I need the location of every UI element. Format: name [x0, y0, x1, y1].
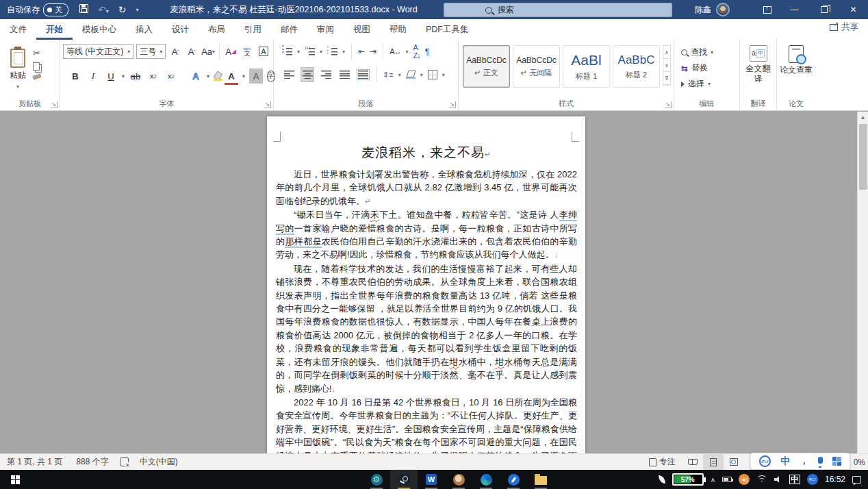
borders-icon[interactable]	[428, 70, 437, 79]
taskbar-gear-app[interactable]: ⚙	[363, 470, 390, 489]
taskbar-word-app[interactable]: W	[418, 470, 445, 489]
paragraph[interactable]: 近日，世界粮食计划署发出警告称，全球粮食危机持续加深，仅在 2022 年的前几个…	[276, 168, 577, 208]
volume-icon[interactable]	[774, 476, 782, 483]
clipboard-dialog-launcher[interactable]: ↘	[51, 101, 58, 108]
grow-font-button[interactable]: Aˆ	[168, 44, 182, 59]
find-button[interactable]: 查找▾	[681, 47, 737, 58]
distribute-icon[interactable]	[356, 67, 370, 82]
multilevel-list-icon[interactable]	[327, 47, 337, 55]
tab-审阅[interactable]: 审阅	[307, 19, 344, 40]
ifly-tray-icon[interactable]: iFLY	[807, 474, 818, 485]
strikethrough-button[interactable]: ab	[129, 68, 142, 84]
shrink-font-button[interactable]: Aˇ	[185, 44, 199, 59]
paragraph[interactable]: “锄禾日当午，汗滴禾下土。谁知盘中餐，粒粒皆辛苦。”这是诗 人李绅写的一首家喻户…	[276, 208, 577, 262]
close-button[interactable]: ✕	[839, 0, 868, 19]
wifi-icon[interactable]	[756, 475, 767, 484]
ime-floating-bar[interactable]: iFLY 中 ，	[750, 453, 850, 470]
tab-布局[interactable]: 布局	[199, 19, 235, 40]
ime-punctuation-toggle[interactable]: ，	[800, 455, 808, 467]
paper-check-button[interactable]: 论文查重	[780, 42, 813, 97]
autosave-toggle[interactable]: 自动保存 关	[7, 3, 68, 16]
qat-customize-icon[interactable]: ▾	[136, 7, 138, 13]
font-size-combo[interactable]: 三号▾	[136, 44, 166, 59]
ime-menu-icon[interactable]	[832, 457, 841, 466]
decrease-indent-icon[interactable]: ⇤	[358, 47, 365, 56]
copy-icon[interactable]	[33, 62, 40, 71]
tab-引用[interactable]: 引用	[235, 19, 271, 40]
tab-插入[interactable]: 插入	[126, 19, 162, 40]
taskbar-steam-app[interactable]	[390, 470, 418, 489]
justify-icon[interactable]	[337, 67, 351, 82]
line-spacing-icon[interactable]: ⇕≡	[383, 71, 394, 79]
battery-widget[interactable]: 57%	[672, 473, 704, 486]
scroll-up-icon[interactable]: ▲	[858, 112, 868, 123]
minimize-button[interactable]: —	[780, 0, 809, 19]
ribbon-display-options-button[interactable]	[755, 0, 780, 19]
proofing-icon[interactable]	[120, 457, 129, 466]
notification-center-icon[interactable]	[852, 476, 861, 484]
print-layout-button[interactable]	[703, 454, 724, 471]
taskbar-pin-app[interactable]	[500, 470, 527, 489]
style-card[interactable]: AaBl标题 1	[563, 45, 610, 88]
clear-formatting-button[interactable]: A◢	[224, 44, 238, 59]
taskbar-explorer-app[interactable]	[527, 470, 554, 489]
save-icon[interactable]	[79, 4, 88, 15]
tab-视图[interactable]: 视图	[344, 19, 380, 40]
clock[interactable]: 16:52	[825, 475, 845, 484]
web-layout-button[interactable]	[724, 454, 744, 471]
phonetic-guide-button[interactable]: wén文	[240, 44, 254, 59]
tray-expand-icon[interactable]: ∧	[711, 476, 715, 484]
style-card[interactable]: AaBbCcDc↵ 无间隔	[513, 45, 560, 88]
voice-app-icon[interactable]: ◄)	[739, 474, 750, 485]
styles-up-icon[interactable]: ∧	[663, 46, 670, 59]
tab-文件[interactable]: 文件	[0, 19, 36, 40]
microphone-icon[interactable]	[818, 457, 823, 464]
font-name-combo[interactable]: 等线 (中文正文)▾	[63, 44, 133, 59]
language-indicator[interactable]: 中文(中国)	[133, 456, 185, 468]
paragraph[interactable]: 现在，随着科学技术的发达，我们的生活慢慢富裕了起来，可有些人却铺张浪费，不尊重农…	[276, 262, 577, 396]
vertical-scrollbar[interactable]: ▲	[857, 112, 868, 453]
restore-button[interactable]	[809, 0, 839, 19]
subscript-button[interactable]: x2	[146, 68, 160, 84]
tab-模板中心[interactable]: 模板中心	[73, 19, 126, 40]
style-card[interactable]: AaBbCcDc↵ 正文	[463, 45, 510, 88]
style-card[interactable]: AaBbC标题 2	[613, 45, 660, 88]
align-center-icon[interactable]	[301, 67, 314, 82]
increase-indent-icon[interactable]: ⇥	[370, 47, 376, 56]
account-chip[interactable]: 陈鑫	[695, 0, 730, 19]
change-case-button[interactable]: Aa▾	[201, 44, 215, 59]
tab-设计[interactable]: 设计	[162, 19, 199, 40]
tab-帮助[interactable]: 帮助	[380, 19, 416, 40]
styles-more-icon[interactable]: ⊽	[663, 72, 670, 85]
paragraph-dialog-launcher[interactable]: ↘	[449, 101, 456, 108]
text-effects-button[interactable]: A	[189, 68, 203, 84]
align-right-icon[interactable]	[319, 67, 333, 82]
select-button[interactable]: 选择▾	[681, 78, 737, 90]
sort-icon[interactable]: AZ↓	[413, 43, 420, 60]
shading-icon[interactable]	[406, 71, 416, 79]
battery-saver-leaf-icon[interactable]	[659, 475, 665, 484]
doc-heading[interactable]: 麦浪稻米，来之不易↵	[276, 144, 577, 162]
underline-button[interactable]: U	[104, 68, 118, 84]
full-text-translate-button[interactable]: a中 全文翻译	[743, 42, 774, 97]
focus-button[interactable]: 专注	[642, 456, 682, 468]
redo-icon[interactable]: ↻	[118, 4, 127, 15]
tab-PDF工具集[interactable]: PDF工具集	[416, 19, 478, 40]
start-button[interactable]	[0, 470, 30, 489]
character-border-button[interactable]: A	[257, 44, 270, 59]
character-shading-button[interactable]: A	[249, 68, 263, 84]
italic-button[interactable]: I	[86, 68, 100, 84]
ime-language-toggle[interactable]: 中	[780, 455, 790, 468]
format-painter-icon[interactable]	[32, 73, 41, 80]
ifly-logo-icon[interactable]: iFLY	[759, 455, 771, 467]
taskbar-edge-app[interactable]	[472, 470, 500, 489]
superscript-button[interactable]: x2	[164, 68, 178, 84]
tab-开始[interactable]: 开始	[36, 19, 73, 40]
font-color-button[interactable]: A	[225, 68, 238, 84]
cut-icon[interactable]: ✂	[33, 48, 41, 58]
styles-down-icon[interactable]: ∨	[663, 59, 670, 72]
word-count[interactable]: 888 个字	[69, 456, 115, 468]
show-marks-icon[interactable]: ¶	[425, 47, 430, 57]
taskbar-avatar-app[interactable]	[445, 470, 472, 489]
document-page[interactable]: 麦浪稻米，来之不易↵ 近日，世界粮食计划署发出警告称，全球粮食危机持续加深，仅在…	[267, 116, 585, 453]
